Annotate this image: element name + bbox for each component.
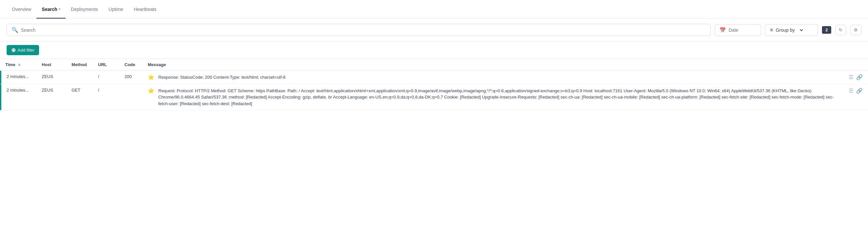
refresh-button[interactable]: ↻ xyxy=(835,25,846,35)
cell-message-1: ⭐ Request: Protocol: HTTP/2 Method: GET … xyxy=(143,84,843,110)
requests-table: Time ⇅ Host Method URL Code Message 2 mi… xyxy=(0,59,868,110)
cell-url-1: / xyxy=(93,84,119,110)
list-icon-1[interactable]: ☰ xyxy=(849,88,854,94)
column-header-url: URL xyxy=(93,59,119,71)
filter-bar: ⊕ Add filter xyxy=(0,42,868,59)
cell-actions-1: ☰ 🔗 xyxy=(843,84,868,110)
cell-time-1: 2 minutes... xyxy=(0,84,36,110)
list-icon-0[interactable]: ☰ xyxy=(849,74,854,80)
gear-icon: ⚙ xyxy=(854,28,858,32)
column-header-actions xyxy=(843,59,868,71)
toolbar: 🔍 📅 Date ≡ Group by 2 ↻ ⚙ xyxy=(0,19,868,42)
star-icon-0[interactable]: ⭐ xyxy=(148,74,154,80)
link-icon-1[interactable]: 🔗 xyxy=(856,88,863,94)
column-header-time: Time ⇅ xyxy=(0,59,36,71)
search-dropdown-arrow[interactable]: ▾ xyxy=(59,7,60,11)
cell-method-0 xyxy=(66,71,93,84)
column-header-message: Message xyxy=(143,59,843,71)
star-icon-1[interactable]: ⭐ xyxy=(148,88,154,94)
cell-code-0: 200 xyxy=(119,71,143,84)
refresh-icon: ↻ xyxy=(839,28,842,32)
column-header-host: Host xyxy=(36,59,66,71)
add-filter-button[interactable]: ⊕ Add filter xyxy=(7,45,39,55)
cell-time-0: 2 minutes... xyxy=(0,71,36,84)
top-navigation: Overview Search ▾ Deployments Uptime Hea… xyxy=(0,0,868,19)
table-row[interactable]: 2 minutes... ZEUS / 200 ⭐ Response: Stat… xyxy=(0,71,868,84)
add-filter-label: Add filter xyxy=(18,47,34,53)
message-text-0: Response: StatusCode: 200 Content-Type: … xyxy=(158,74,285,81)
nav-item-search[interactable]: Search ▾ xyxy=(36,0,66,19)
link-icon-0[interactable]: 🔗 xyxy=(856,74,863,80)
column-header-method: Method xyxy=(66,59,93,71)
nav-item-uptime[interactable]: Uptime xyxy=(103,0,128,19)
sort-icon-time[interactable]: ⇅ xyxy=(18,63,21,67)
cell-code-1 xyxy=(119,84,143,110)
group-by-label: Group by xyxy=(776,28,795,33)
column-header-code: Code xyxy=(119,59,143,71)
search-icon: 🔍 xyxy=(11,27,18,33)
layers-icon: ≡ xyxy=(770,27,773,33)
search-box[interactable]: 🔍 xyxy=(7,24,711,36)
message-text-1: Request: Protocol: HTTP/2 Method: GET Sc… xyxy=(158,88,838,107)
cell-host-1: ZEUS xyxy=(36,84,66,110)
settings-button[interactable]: ⚙ xyxy=(850,25,861,35)
nav-item-overview[interactable]: Overview xyxy=(7,0,36,19)
group-by-count-badge: 2 xyxy=(822,26,831,34)
cell-method-1: GET xyxy=(66,84,93,110)
group-by-dropdown[interactable] xyxy=(798,27,804,33)
table-header-row: Time ⇅ Host Method URL Code Message xyxy=(0,59,868,71)
nav-item-heartbeats[interactable]: Heartbeats xyxy=(128,0,162,19)
cell-host-0: ZEUS xyxy=(36,71,66,84)
nav-item-deployments[interactable]: Deployments xyxy=(66,0,103,19)
cell-actions-0: ☰ 🔗 xyxy=(843,71,868,84)
date-picker[interactable]: 📅 Date xyxy=(715,24,761,36)
table-row[interactable]: 2 minutes... ZEUS GET / ⭐ Request: Proto… xyxy=(0,84,868,110)
calendar-icon: 📅 xyxy=(720,27,726,33)
plus-icon: ⊕ xyxy=(11,47,16,53)
data-table-wrapper: Time ⇅ Host Method URL Code Message 2 mi… xyxy=(0,59,868,110)
cell-message-0: ⭐ Response: StatusCode: 200 Content-Type… xyxy=(143,71,843,84)
cell-url-0: / xyxy=(93,71,119,84)
date-label: Date xyxy=(728,28,739,33)
group-by-selector[interactable]: ≡ Group by xyxy=(765,24,818,36)
search-input[interactable] xyxy=(21,28,706,33)
